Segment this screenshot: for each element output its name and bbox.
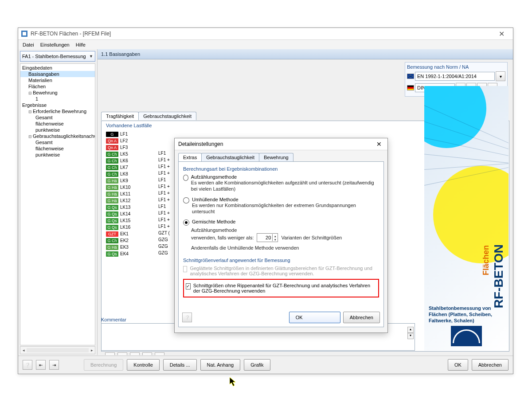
collapse-icon[interactable]: ⊟: [28, 110, 33, 114]
kontrolle-button[interactable]: Kontrolle: [127, 359, 159, 371]
tree-basisangaben[interactable]: Basisangaben: [20, 71, 95, 77]
tab-gebrauch[interactable]: Gebrauchstauglichkeit: [201, 153, 259, 161]
radio-aufzaehlung[interactable]: Aufzählungsmethode Es werden alle Kombin…: [183, 174, 379, 192]
scroll-left-icon[interactable]: ◂: [20, 348, 27, 352]
down-icon[interactable]: ▾: [407, 333, 414, 339]
radio-gemischt[interactable]: Gemischte Methode: [183, 219, 379, 226]
collapse-icon[interactable]: ⊟: [28, 134, 33, 139]
variants-spinner[interactable]: ▴▾: [257, 233, 278, 242]
menu-settings[interactable]: Einstellungen: [40, 42, 70, 47]
loadcase-row[interactable]: G ChLK8: [106, 171, 155, 177]
collapse-icon[interactable]: ⊟: [28, 91, 33, 95]
loadcase-row[interactable]: G QsLK15: [106, 217, 155, 224]
loadcase-tag: G Ch: [106, 172, 118, 177]
comment-spinner[interactable]: ▴▾: [407, 327, 414, 339]
close-button[interactable]: ✕: [493, 30, 510, 38]
dialog-cancel-button[interactable]: Abbrechen: [343, 312, 380, 323]
tree-pw2[interactable]: punktweise: [20, 152, 95, 158]
details-button[interactable]: Details ...: [163, 359, 197, 371]
svg-marker-2: [230, 377, 235, 386]
loadcase-row[interactable]: GLF1: [106, 131, 155, 137]
help-icon[interactable]: ❔: [23, 360, 32, 370]
radio-umhuellende[interactable]: Umhüllende Methode Es werden nur Kombina…: [183, 197, 379, 215]
tree-flw2[interactable]: flächenweise: [20, 145, 95, 152]
chevron-down-icon[interactable]: ▾: [496, 71, 505, 81]
variants-input[interactable]: [257, 234, 272, 241]
tree-flaechenweise[interactable]: flächenweise: [20, 121, 95, 127]
dialog-close-button[interactable]: ✕: [374, 141, 384, 148]
loadcase-tag: G Ch: [106, 165, 118, 170]
zero-icon[interactable]: 0.00: [117, 352, 127, 355]
loadcase-name: LK5: [120, 152, 128, 156]
next-icon[interactable]: ⇥: [49, 360, 59, 370]
help-icon[interactable]: ❔: [182, 313, 192, 322]
loadcase-row[interactable]: G HäEK3: [106, 244, 155, 250]
loadcase-row[interactable]: G QsLK14: [106, 211, 155, 217]
dialog-ok-button[interactable]: OK: [289, 312, 340, 323]
loadcase-name: LK13: [120, 205, 130, 210]
loadcase-row[interactable]: G HäLK9: [106, 177, 155, 184]
tree-flaechen[interactable]: Flächen: [20, 83, 95, 90]
tree-scrollbar[interactable]: ◂ ▸: [20, 346, 95, 354]
loadcase-list[interactable]: GLF1Qn ALF2Qn ALF3G ChLK5G ChLK6G ChLK7G…: [106, 131, 155, 333]
tab-gebrauch[interactable]: Gebrauchstauglichkeit: [138, 112, 196, 120]
loadcase-row[interactable]: G ChLK6: [106, 157, 155, 164]
loadcase-name: EK1: [120, 231, 129, 236]
ok-button[interactable]: OK: [448, 359, 468, 371]
tab-tragfaehigkeit[interactable]: Tragfähigkeit: [101, 112, 139, 120]
tree-ergebnisse[interactable]: Ergebnisse: [20, 102, 95, 108]
abbrechen-button[interactable]: Abbrechen: [472, 359, 509, 371]
tab-bewehrung[interactable]: Bewehrung: [259, 153, 293, 161]
loadcase-name: EK4: [120, 251, 129, 256]
grafik-button[interactable]: Grafik: [244, 359, 270, 371]
de-flag-icon: [407, 85, 414, 90]
tree-materialien[interactable]: Materialien: [20, 77, 95, 83]
menubar: Datei Einstellungen Hilfe: [18, 40, 513, 50]
berechnung-button: Berechnung: [84, 359, 123, 371]
tab-extras[interactable]: Extras: [178, 153, 202, 161]
chevron-down-icon: ▼: [89, 54, 93, 59]
tree-gesamt[interactable]: Gesamt: [20, 114, 95, 121]
refresh-icon[interactable]: ↻: [130, 352, 140, 355]
loadcase-name: EK3: [120, 245, 129, 250]
loadcase-tag: G Hä: [106, 192, 118, 197]
loadcase-row[interactable]: G ChLK7: [106, 164, 155, 171]
menu-help[interactable]: Hilfe: [76, 42, 86, 47]
help-icon[interactable]: ❔: [105, 352, 115, 355]
loadcase-row[interactable]: G ChEK2: [106, 237, 155, 244]
tree-erf-bewehrung[interactable]: ⊟Erforderliche Bewehrung: [20, 108, 95, 114]
loadcase-tag: G Hä: [106, 185, 118, 190]
loadcase-row[interactable]: G HäLK11: [106, 191, 155, 197]
tree-gesamt2[interactable]: Gesamt: [20, 139, 95, 145]
tree-gtn[interactable]: ⊟Gebrauchstauglichkeitsnachweis: [20, 133, 95, 139]
tree-punktweise[interactable]: punktweise: [20, 127, 95, 133]
loadcase-row[interactable]: G QsEK4: [106, 250, 155, 257]
loadcase-tag: Qn A: [106, 145, 118, 150]
menu-file[interactable]: Datei: [23, 42, 34, 47]
tree-eingabedaten[interactable]: Eingabedaten: [20, 65, 95, 71]
case-combobox[interactable]: FA1 - Stahlbeton-Bemessung ▼: [20, 51, 95, 62]
copy-icon[interactable]: ⎘: [155, 352, 164, 355]
prev-icon[interactable]: ⇤: [36, 360, 46, 370]
up-icon[interactable]: ▴: [407, 327, 414, 333]
scroll-right-icon[interactable]: ▸: [89, 348, 95, 352]
tree-bewehrung-1[interactable]: 1: [20, 96, 95, 102]
up-icon[interactable]: ▴: [272, 234, 278, 238]
down-icon[interactable]: ▾: [272, 238, 278, 241]
loadcase-row[interactable]: G HäLK12: [106, 197, 155, 204]
loadcase-row[interactable]: G QsLK13: [106, 204, 155, 211]
check-geglaettet[interactable]: Geglättete Schnittgrößen in definierten …: [183, 266, 379, 276]
nav-tree[interactable]: Eingabedaten Basisangaben Materialien Fl…: [20, 63, 95, 345]
loadcase-row[interactable]: G QsLK16: [106, 224, 155, 231]
check-ohne-rippen[interactable]: Schnittgrößen ohne Rippenanteil für GZT-…: [186, 283, 376, 293]
tree-bewehrung[interactable]: ⊟Bewehrung: [20, 90, 95, 96]
loadcase-row[interactable]: Qn ALF3: [106, 144, 155, 151]
columns-icon[interactable]: ⎚: [142, 352, 152, 355]
norm-main-select[interactable]: EN 1992-1-1:2004/A1:2014: [415, 72, 495, 81]
loadcase-row[interactable]: G ChLK5: [106, 151, 155, 157]
loadcase-name: LK8: [120, 172, 128, 176]
nat-anhang-button[interactable]: Nat. Anhang: [200, 359, 241, 371]
loadcase-row[interactable]: G HäLK10: [106, 184, 155, 191]
loadcase-row[interactable]: Qn ALF2: [106, 137, 155, 144]
loadcase-row[interactable]: GZTEK1: [106, 231, 155, 237]
